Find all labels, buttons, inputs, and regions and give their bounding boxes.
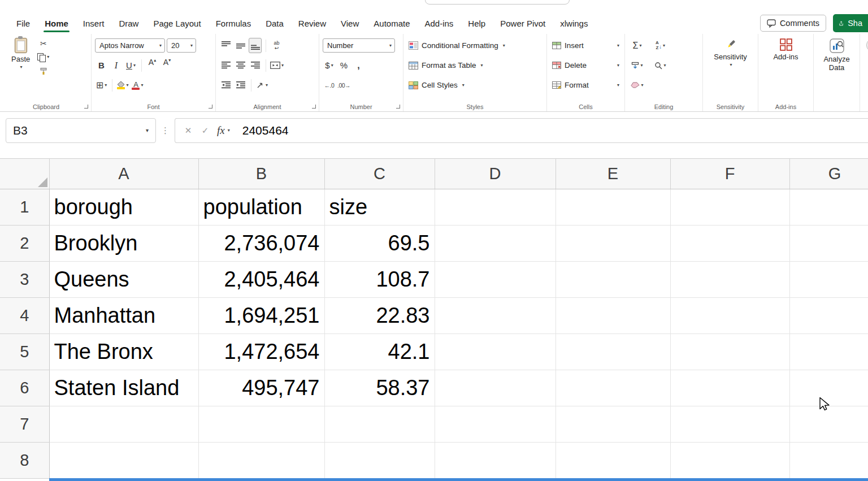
orientation-button[interactable] [255,77,268,93]
cell-E8[interactable] [555,443,670,479]
cell-D3[interactable] [435,262,555,298]
decrease-decimal-button[interactable]: .00→ [337,77,350,93]
format-as-table-button[interactable]: Format as Table [407,55,543,75]
cell-B3[interactable]: 2,405,464 [198,262,324,298]
cell-G4[interactable] [789,298,868,334]
underline-button[interactable]: U [124,58,137,73]
decrease-indent-button[interactable] [219,77,232,93]
name-box[interactable]: B3 [6,118,156,143]
borders-button[interactable] [95,77,108,93]
bold-button[interactable]: B [95,58,108,73]
select-all-corner[interactable] [0,159,49,189]
horizontal-scrollbar[interactable] [49,478,868,481]
increase-font-size-button[interactable]: A [146,58,159,73]
cell-B4[interactable]: 1,694,251 [198,298,324,334]
cell-C5[interactable]: 42.1 [324,334,435,370]
alignment-dialog-launcher-icon[interactable] [312,105,316,109]
fill-button[interactable] [631,58,644,73]
tab-view[interactable]: View [333,14,366,33]
cell-C8[interactable] [324,443,435,479]
cell-D8[interactable] [435,443,555,479]
formula-bar-value[interactable]: 2405464 [242,124,289,137]
tab-automate[interactable]: Automate [366,14,417,33]
tab-data[interactable]: Data [258,14,291,33]
delete-cells-button[interactable]: Delete [550,55,621,75]
row-header-2[interactable]: 2 [0,226,49,262]
cell-G8[interactable] [789,443,868,479]
cell-D4[interactable] [435,298,555,334]
find-select-button[interactable] [654,58,667,73]
cell-D2[interactable] [435,226,555,262]
cell-A8[interactable] [49,443,198,479]
top-align-button[interactable] [219,38,232,53]
font-size-combo[interactable]: 20 [167,38,196,53]
decrease-font-size-button[interactable]: A [160,58,173,73]
tab-insert[interactable]: Insert [76,14,112,33]
wrap-text-button[interactable]: ab ↩ [270,38,283,53]
cell-D6[interactable] [435,370,555,406]
cell-E7[interactable] [555,406,670,443]
cut-button[interactable] [37,37,50,49]
cell-C4[interactable]: 22.83 [324,298,435,334]
cell-C3[interactable]: 108.7 [324,262,435,298]
tab-home[interactable]: Home [37,14,76,33]
enter-icon[interactable] [198,122,212,139]
column-header-A[interactable]: A [49,159,198,189]
comments-button[interactable]: Comments [760,15,826,32]
sensitivity-button[interactable]: Sensitivity [706,36,754,101]
share-button[interactable]: Sha [833,14,868,32]
cell-B5[interactable]: 1,472,654 [198,334,324,370]
cell-D5[interactable] [435,334,555,370]
insert-cells-button[interactable]: Insert [550,36,621,55]
copilot-button[interactable]: Co [863,36,868,101]
format-cells-button[interactable]: Format [550,75,621,95]
row-header-4[interactable]: 4 [0,298,49,334]
cell-E4[interactable] [555,298,670,334]
percent-style-button[interactable]: % [337,58,350,73]
tab-power-pivot[interactable]: Power Pivot [493,14,553,33]
copy-button[interactable] [37,51,50,63]
cell-F6[interactable] [670,370,789,406]
cell-C6[interactable]: 58.37 [324,370,435,406]
cell-E3[interactable] [555,262,670,298]
autosum-button[interactable]: Σ [631,38,644,53]
clear-button[interactable] [631,77,644,93]
cell-F4[interactable] [670,298,789,334]
cell-C2[interactable]: 69.5 [324,226,435,262]
cell-G2[interactable] [789,226,868,262]
italic-button[interactable]: I [110,58,123,73]
cell-E1[interactable] [555,189,670,226]
analyze-data-button[interactable]: Analyze Data [817,36,856,101]
cell-B7[interactable] [198,406,324,443]
cell-A7[interactable] [49,406,198,443]
cell-G3[interactable] [789,262,868,298]
increase-decimal-button[interactable]: ←.0 [323,77,336,93]
format-painter-button[interactable] [37,65,50,77]
row-header-5[interactable]: 5 [0,334,49,370]
column-header-F[interactable]: F [670,159,789,189]
increase-indent-button[interactable] [234,77,247,93]
column-header-C[interactable]: C [324,159,435,189]
cell-D1[interactable] [435,189,555,226]
cell-B2[interactable]: 2,736,074 [198,226,324,262]
clipboard-dialog-launcher-icon[interactable] [84,105,88,109]
paste-button[interactable]: Paste [5,36,37,101]
cell-A2[interactable]: Brooklyn [49,226,198,262]
font-color-button[interactable]: A [131,77,144,93]
cell-styles-button[interactable]: Cell Styles [407,75,543,95]
tab-formulas[interactable]: Formulas [209,14,259,33]
cell-C1[interactable]: size [324,189,435,226]
align-right-button[interactable] [249,58,262,73]
row-header-1[interactable]: 1 [0,189,49,226]
cell-G6[interactable] [789,370,868,406]
row-header-8[interactable]: 8 [0,443,49,479]
number-dialog-launcher-icon[interactable] [396,105,400,109]
drag-handle-dots-icon[interactable] [161,125,170,136]
conditional-formatting-button[interactable]: Conditional Formatting [407,36,543,55]
addins-button[interactable]: Add-ins [762,36,810,101]
column-header-E[interactable]: E [555,159,670,189]
cell-E2[interactable] [555,226,670,262]
cell-A4[interactable]: Manhattan [49,298,198,334]
cell-G7[interactable] [789,406,868,443]
cell-E5[interactable] [555,334,670,370]
